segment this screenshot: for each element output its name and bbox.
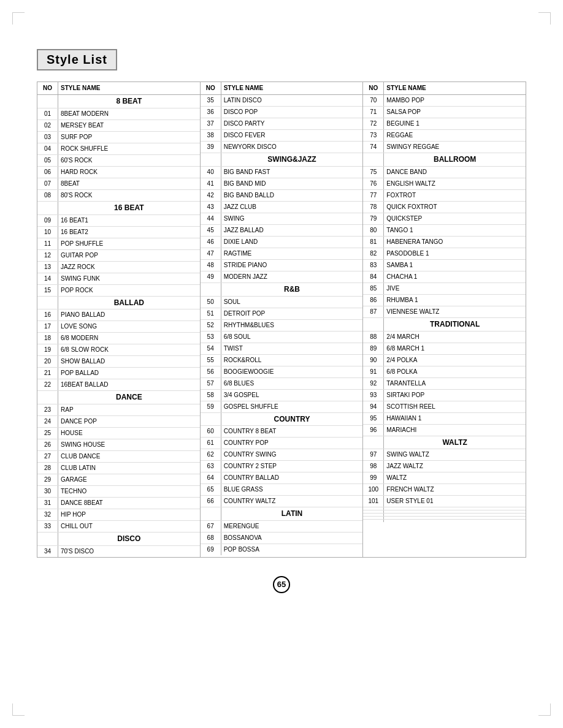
header-no: NO bbox=[37, 82, 58, 94]
table-row: 94SCOTTISH REEL bbox=[363, 401, 526, 413]
row-style-name: CLUB LATIN bbox=[58, 463, 200, 474]
row-style-name: 6/8 SOUL bbox=[221, 332, 363, 343]
row-no: 71 bbox=[363, 107, 384, 118]
row-style-name: ROCK SHUFFLE bbox=[58, 143, 200, 154]
table-row: 16PIANO BALLAD bbox=[37, 309, 200, 321]
table-row: 75DANCE BAND bbox=[363, 167, 526, 178]
table-row: 63COUNTRY 2 STEP bbox=[201, 461, 363, 472]
section-header-row: SWING&JAZZ bbox=[201, 153, 363, 167]
row-style-name: COUNTRY SWING bbox=[221, 449, 363, 460]
row-no: 100 bbox=[363, 484, 384, 495]
row-no bbox=[37, 391, 58, 404]
row-no: 69 bbox=[201, 544, 221, 555]
row-no bbox=[363, 153, 384, 166]
table-row: 42BIG BAND BALLD bbox=[201, 190, 363, 202]
row-style-name bbox=[384, 510, 526, 513]
table-row: 06HARD ROCK bbox=[37, 167, 200, 178]
row-no: 29 bbox=[37, 474, 58, 485]
row-style-name bbox=[384, 507, 526, 510]
table-row: 98JAZZ WALTZ bbox=[363, 461, 526, 472]
row-style-name: SIRTAKI POP bbox=[384, 390, 526, 401]
row-no: 40 bbox=[201, 167, 221, 178]
row-style-name: JAZZ BALLAD bbox=[221, 225, 363, 236]
table-row: 68BOSSANOVA bbox=[201, 533, 363, 544]
table-row: 48STRIDE PIANO bbox=[201, 260, 363, 271]
table-row: 3470'S DISCO bbox=[37, 546, 200, 557]
table-row: 83SAMBA 1 bbox=[363, 260, 526, 271]
row-style-name: SCOTTISH REEL bbox=[384, 401, 526, 412]
table-row: 50SOUL bbox=[201, 297, 363, 308]
row-style-name: RAGTIME bbox=[221, 248, 363, 259]
section-label: WALTZ bbox=[384, 436, 526, 449]
row-style-name: SOUL bbox=[221, 297, 363, 308]
row-no: 86 bbox=[363, 295, 384, 306]
row-no: 98 bbox=[363, 461, 384, 472]
table-row: 916/8 POLKA bbox=[363, 366, 526, 378]
row-style-name: MARIACHI bbox=[384, 425, 526, 436]
section-label: TRADITIONAL bbox=[384, 318, 526, 331]
row-style-name: VIENNESE WALTZ bbox=[384, 306, 526, 317]
table-row: 87VIENNESE WALTZ bbox=[363, 306, 526, 318]
row-no: 28 bbox=[37, 463, 58, 474]
table-row: 03SURF POP bbox=[37, 132, 200, 143]
row-style-name: HOUSE bbox=[58, 428, 200, 439]
section-header-row: BALLAD bbox=[37, 297, 200, 310]
row-style-name: PIANO BALLAD bbox=[58, 309, 200, 320]
row-style-name: SAMBA 1 bbox=[384, 260, 526, 271]
row-style-name: MERSEY BEAT bbox=[58, 120, 200, 131]
row-style-name: FRENCH WALTZ bbox=[384, 484, 526, 495]
table-row: 0880'S ROCK bbox=[37, 190, 200, 202]
row-style-name: SWING WALTZ bbox=[384, 449, 526, 460]
row-style-name: COUNTRY 8 BEAT bbox=[221, 426, 363, 437]
column-2: NOSTYLE NAME35LATIN DISCO36DISCO POP37DI… bbox=[201, 82, 364, 557]
section-header-row: TRADITIONAL bbox=[363, 318, 526, 332]
row-style-name: HAWAIIAN 1 bbox=[384, 413, 526, 424]
row-no: 52 bbox=[201, 320, 221, 331]
row-no: 54 bbox=[201, 343, 221, 354]
section-label: DISCO bbox=[58, 533, 200, 545]
row-no: 89 bbox=[363, 343, 384, 354]
row-no: 47 bbox=[201, 248, 221, 259]
table-row: 25HOUSE bbox=[37, 428, 200, 439]
row-no: 25 bbox=[37, 428, 58, 439]
row-no: 63 bbox=[201, 461, 221, 472]
table-row: 62COUNTRY SWING bbox=[201, 449, 363, 461]
row-style-name: BIG BAND MID bbox=[221, 178, 363, 189]
row-style-name: 8BEAT bbox=[58, 178, 200, 189]
row-style-name: SWINGY REGGAE bbox=[384, 142, 526, 153]
row-no: 34 bbox=[37, 546, 58, 557]
row-no: 10 bbox=[37, 227, 58, 238]
table-row: 28CLUB LATIN bbox=[37, 463, 200, 474]
row-style-name: PASODOBLE 1 bbox=[384, 248, 526, 259]
column-1: NOSTYLE NAME8 BEAT018BEAT MODERN02MERSEY… bbox=[37, 82, 201, 557]
table-row: 13JAZZ ROCK bbox=[37, 262, 200, 273]
row-style-name: HABENERA TANGO bbox=[384, 237, 526, 248]
row-style-name: DANCE BAND bbox=[384, 167, 526, 178]
table-row: 29GARAGE bbox=[37, 474, 200, 486]
row-no: 80 bbox=[363, 225, 384, 236]
table-row: 77FOXTROT bbox=[363, 190, 526, 202]
row-style-name: RAP bbox=[58, 404, 200, 415]
table-row: 21POP BALLAD bbox=[37, 368, 200, 379]
row-style-name: GOSPEL SHUFFLE bbox=[221, 401, 363, 412]
row-no: 07 bbox=[37, 178, 58, 189]
row-no: 13 bbox=[37, 262, 58, 273]
table-row: 78QUICK FOXTROT bbox=[363, 202, 526, 213]
row-no bbox=[363, 520, 384, 522]
row-style-name: BOSSANOVA bbox=[221, 533, 363, 544]
table-row: 186/8 MODERN bbox=[37, 333, 200, 344]
row-style-name: SWING HOUSE bbox=[58, 439, 200, 450]
section-header-row: DANCE bbox=[37, 391, 200, 404]
table-row: 40BIG BAND FAST bbox=[201, 167, 363, 178]
table-row: 73REGGAE bbox=[363, 130, 526, 142]
table-row: 0916 BEAT1 bbox=[37, 215, 200, 227]
row-no bbox=[201, 283, 221, 296]
row-no: 53 bbox=[201, 332, 221, 343]
row-no: 74 bbox=[363, 142, 384, 153]
row-style-name: FOXTROT bbox=[384, 190, 526, 201]
row-no: 101 bbox=[363, 496, 384, 507]
row-no: 95 bbox=[363, 413, 384, 424]
row-style-name: JAZZ CLUB bbox=[221, 202, 363, 213]
section-label: SWING&JAZZ bbox=[221, 153, 363, 166]
row-no: 51 bbox=[201, 308, 221, 319]
